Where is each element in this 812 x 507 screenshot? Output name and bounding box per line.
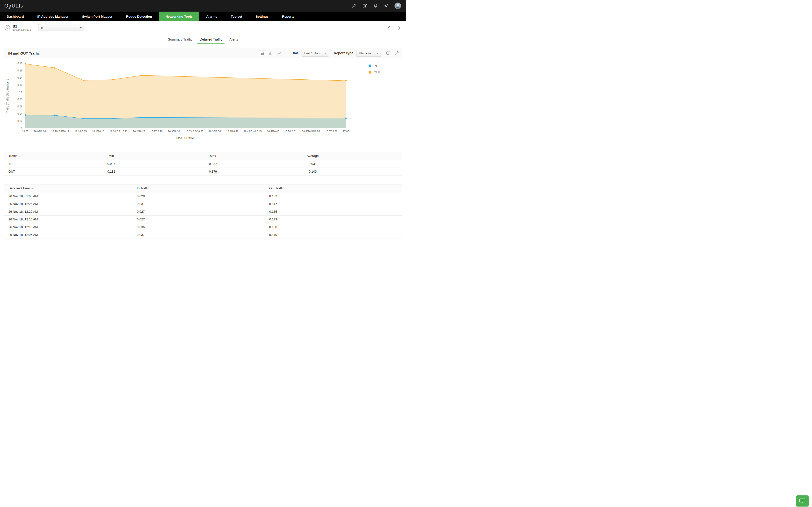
- panel-header: IN and OUT Traffic Time Last 1 Hour Repo…: [4, 48, 402, 58]
- detail-cell: 0.132: [269, 194, 402, 198]
- summary-header-max[interactable]: Max: [163, 154, 263, 158]
- detail-cell: 0.135: [269, 210, 402, 213]
- svg-text:16:48: 16:48: [273, 130, 279, 133]
- legend-item-out[interactable]: OUT: [368, 70, 401, 74]
- nav-item-alarms[interactable]: Alarms: [199, 12, 224, 21]
- detail-header-out-traffic[interactable]: Out Traffic: [269, 186, 402, 190]
- traffic-summary-table: Traffic Min Max Average IN0.0270.0370.03…: [4, 152, 402, 175]
- device-info: B1 192.168.50.132: [12, 24, 31, 32]
- detail-cell: 0.03: [137, 202, 269, 206]
- summary-cell: 0.132: [59, 170, 163, 173]
- summary-cell: 0.179: [163, 170, 263, 173]
- svg-text:16:18: 16:18: [98, 130, 104, 133]
- summary-cell: 0.037: [163, 162, 263, 166]
- summary-table-row: OUT0.1320.1790.149: [4, 168, 402, 175]
- chevron-left-icon[interactable]: [387, 25, 392, 31]
- svg-text:16:37: 16:37: [209, 130, 215, 133]
- svg-text:16:33: 16:33: [185, 130, 192, 133]
- nav-item-switch-port-mapper[interactable]: Switch Port Mapper: [75, 12, 119, 21]
- legend-item-in[interactable]: IN: [368, 64, 401, 68]
- bar-chart-icon[interactable]: [267, 50, 274, 56]
- sort-asc-icon: [32, 187, 33, 189]
- nav-item-ip-address-manager[interactable]: IP Address Manager: [31, 12, 75, 21]
- tab-summary-traffic[interactable]: Summary Traffic: [165, 34, 195, 44]
- svg-text:16:40: 16:40: [226, 130, 233, 133]
- svg-text:16:14: 16:14: [75, 130, 81, 133]
- svg-text:16:28: 16:28: [156, 130, 162, 133]
- device-ip: 192.168.50.132: [12, 28, 31, 32]
- rocket-icon[interactable]: [352, 3, 357, 8]
- svg-text:16:11: 16:11: [57, 130, 63, 133]
- summary-cell: IN: [4, 162, 59, 166]
- svg-text:0.12: 0.12: [17, 84, 22, 87]
- svg-text:16:45: 16:45: [255, 130, 262, 133]
- chevron-right-icon[interactable]: [396, 25, 402, 31]
- device-subheader: B1 192.168.50.132 B1: [0, 21, 406, 34]
- main-nav: DashboardIP Address ManagerSwitch Port M…: [0, 12, 406, 21]
- detail-cell: 0.027: [137, 218, 269, 221]
- app-logo: OpUtils: [4, 3, 23, 9]
- panel-title: IN and OUT Traffic: [8, 51, 40, 55]
- detail-cell: 26 Nov 18, 12:05 AM: [4, 233, 137, 237]
- mobile-icon[interactable]: [362, 3, 367, 8]
- svg-text:16:31: 16:31: [174, 130, 180, 133]
- svg-text:0.1: 0.1: [19, 91, 22, 94]
- summary-cell: 0.027: [59, 162, 163, 166]
- nav-item-dashboard[interactable]: Dashboard: [0, 12, 31, 21]
- nav-item-rogue-detection[interactable]: Rogue Detection: [119, 12, 159, 21]
- nav-item-toolset[interactable]: Toolset: [224, 12, 249, 21]
- svg-text:0.06: 0.06: [17, 105, 22, 108]
- nav-item-reports[interactable]: Reports: [275, 12, 301, 21]
- expand-icon[interactable]: [394, 51, 399, 55]
- line-chart-icon[interactable]: [275, 50, 283, 56]
- chevron-down-icon: [375, 50, 380, 56]
- time-range-select[interactable]: Last 1 Hour: [302, 50, 329, 56]
- device-name: B1: [12, 24, 31, 28]
- svg-text:16:20: 16:20: [109, 130, 116, 133]
- nav-item-settings[interactable]: Settings: [249, 12, 275, 21]
- svg-text:16:38: 16:38: [215, 130, 221, 133]
- summary-header-average[interactable]: Average: [263, 154, 363, 158]
- gear-icon[interactable]: [384, 3, 389, 8]
- svg-text:16:05: 16:05: [22, 130, 28, 133]
- svg-text:16:34: 16:34: [191, 130, 197, 133]
- tab-detailed-traffic[interactable]: Detailed Traffic: [197, 34, 224, 44]
- svg-text:16:47: 16:47: [267, 130, 273, 133]
- tab-alerts[interactable]: Alerts: [227, 34, 241, 44]
- summary-header-min[interactable]: Min: [59, 154, 163, 158]
- svg-text:0: 0: [21, 127, 22, 130]
- svg-text:16:24: 16:24: [133, 130, 139, 133]
- bell-icon[interactable]: [373, 3, 378, 8]
- avatar[interactable]: [394, 2, 401, 9]
- detail-table-row: 26 Nov 18, 12:20 AM0.0270.135: [4, 208, 402, 216]
- detail-header-in-traffic[interactable]: In Traffic: [137, 186, 269, 190]
- svg-text:16:21: 16:21: [115, 130, 121, 133]
- detail-cell: 26 Nov 18, 12:15 AM: [4, 218, 137, 221]
- svg-text:16:22: 16:22: [121, 130, 128, 133]
- svg-text:16:44: 16:44: [249, 130, 256, 133]
- svg-text:16:35: 16:35: [197, 130, 203, 133]
- detail-header-datetime[interactable]: Date and Time: [4, 186, 137, 190]
- summary-table-header: Traffic Min Max Average: [4, 152, 402, 160]
- svg-text:16:15: 16:15: [81, 130, 87, 133]
- summary-cell: 0.149: [263, 170, 363, 173]
- report-type-label: Report Type: [334, 51, 353, 55]
- area-chart-icon[interactable]: [259, 50, 266, 56]
- svg-text:0.02: 0.02: [17, 120, 22, 122]
- detail-cell: 26 Nov 18, 01:00 AM: [4, 194, 137, 198]
- svg-text:16:27: 16:27: [150, 130, 157, 133]
- back-icon[interactable]: [4, 25, 10, 31]
- topbar-icons: [352, 2, 401, 9]
- svg-text:16:58: 16:58: [331, 130, 337, 133]
- svg-text:16:10: 16:10: [51, 130, 57, 133]
- report-type-select[interactable]: Utilization: [356, 50, 382, 56]
- svg-text:0.16: 0.16: [17, 69, 22, 72]
- traffic-tabs: Summary TrafficDetailed TrafficAlerts: [0, 34, 406, 44]
- device-select-value: B1: [39, 24, 77, 31]
- refresh-icon[interactable]: [386, 51, 390, 55]
- nav-item-networking-tools[interactable]: Networking Tools: [159, 12, 199, 21]
- device-select[interactable]: B1: [38, 24, 84, 32]
- summary-header-traffic[interactable]: Traffic: [4, 154, 59, 158]
- sort-asc-icon: [19, 155, 21, 157]
- svg-text:16:55: 16:55: [314, 130, 320, 133]
